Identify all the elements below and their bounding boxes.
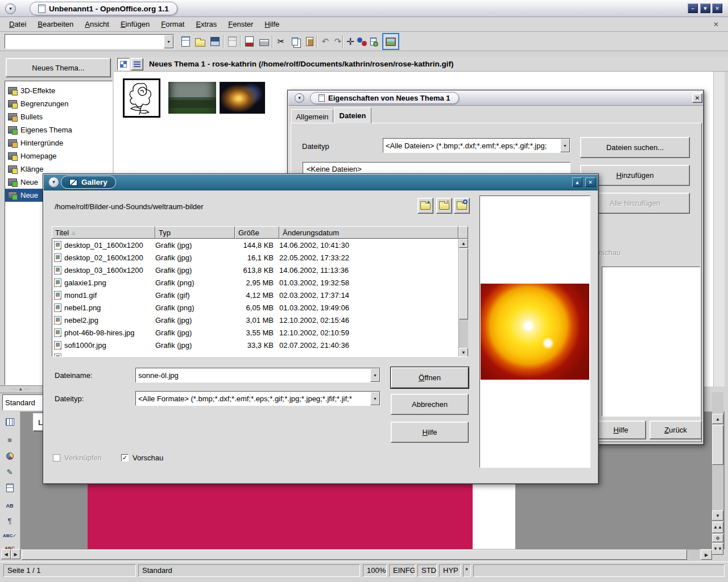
column-header-groesse[interactable]: Größe <box>235 226 279 239</box>
theme-item-bullets[interactable]: Bullets <box>5 110 112 123</box>
dropdown-arrow-icon[interactable]: ▼ <box>370 392 380 405</box>
table-scrollbar-thumb[interactable] <box>459 248 468 319</box>
properties-filetype-combobox[interactable]: <Alle Dateien> (*.bmp;*.dxf;*.emf;*.eps;… <box>383 138 570 153</box>
previous-page-icon[interactable]: ▲▲ <box>712 522 723 533</box>
new-theme-button[interactable]: Neues Thema... <box>6 58 111 77</box>
thumbnail-rose-selected[interactable] <box>123 78 160 118</box>
scroll-right-icon[interactable]: ▶ <box>701 550 712 560</box>
dialog-menu-button[interactable]: ▼ <box>295 93 304 103</box>
next-page-icon[interactable]: ▼▼ <box>712 543 723 555</box>
shade-button[interactable]: ▼ <box>700 3 710 13</box>
properties-help-button[interactable]: Hilfe <box>595 421 646 439</box>
column-header-typ[interactable]: Typ <box>155 226 235 239</box>
properties-close-icon[interactable]: ✕ <box>692 93 702 103</box>
status-selection-mode[interactable]: STD <box>417 564 437 577</box>
status-zoom[interactable]: 100% <box>363 564 387 577</box>
table-scroll-down-icon[interactable]: ▼ <box>459 348 468 357</box>
thumbnail-horses[interactable] <box>168 82 216 114</box>
insert-table-icon[interactable] <box>3 415 16 429</box>
toolbar-scroll-right-icon[interactable]: ▶ <box>11 549 20 559</box>
open-file-icon[interactable] <box>193 35 207 48</box>
filetype-combobox[interactable]: <Alle Formate> (*.bmp;*.dxf;*.emf;*.eps;… <box>135 391 380 406</box>
insert-object-chart-icon[interactable] <box>3 449 16 463</box>
autotext-icon[interactable]: AB <box>3 499 16 513</box>
horizontal-scrollbar-thumb[interactable] <box>22 550 687 560</box>
file-row[interactable]: mond1.gifGrafik (gif)4,12 MB02.03.2002, … <box>52 289 468 301</box>
menu-hilfe[interactable]: Hilfe <box>259 18 285 30</box>
up-one-level-button[interactable]: ▲ <box>417 198 433 214</box>
thumbnail-nebula[interactable] <box>220 82 265 114</box>
status-style[interactable]: Standard <box>138 564 360 577</box>
close-document-icon[interactable]: ✕ <box>711 19 721 30</box>
file-row[interactable]: phot-46b-98-hires.jpgGrafik (jpg)3,55 MB… <box>52 326 468 339</box>
hyperlink-icon[interactable] <box>367 35 381 48</box>
nonprinting-characters-icon[interactable]: ¶ <box>3 514 16 527</box>
theme-item-hintergruende[interactable]: Hintergründe <box>5 136 112 149</box>
new-folder-button[interactable]: ✶ <box>436 198 452 214</box>
vertical-scrollbar-thumb[interactable] <box>712 425 723 465</box>
menu-ansicht[interactable]: Ansicht <box>79 18 115 30</box>
file-row[interactable]: desktop_03_1600x1200Grafik (jpg)613,8 KB… <box>52 264 468 276</box>
spellcheck-icon[interactable]: ABC✓ <box>3 529 16 542</box>
find-files-button[interactable]: Dateien suchen... <box>580 137 690 158</box>
navigation-dot-icon[interactable] <box>712 534 723 542</box>
status-insert-mode[interactable]: EINFG <box>389 564 415 577</box>
url-input[interactable] <box>5 38 164 46</box>
icon-view-toggle[interactable] <box>117 58 130 70</box>
list-view-toggle[interactable] <box>131 58 143 70</box>
menu-format[interactable]: Format <box>155 18 190 30</box>
file-row[interactable]: nebel2.jpgGrafik (jpg)3,01 MB12.10.2002,… <box>52 314 468 326</box>
tab-allgemein[interactable]: Allgemein <box>291 109 333 123</box>
theme-item-3d-effekte[interactable]: 3D-Effekte <box>5 84 112 97</box>
save-icon[interactable] <box>208 35 222 48</box>
column-header-datum[interactable]: Änderungsdatum <box>279 226 458 239</box>
url-combobox[interactable]: ▼ <box>5 34 174 49</box>
close-button[interactable]: ✕ <box>712 3 722 13</box>
window-menu-button[interactable]: ▼ <box>5 3 16 14</box>
print-icon[interactable] <box>257 35 271 48</box>
insert-form-icon[interactable] <box>3 481 16 494</box>
gallery-toggle-selected[interactable] <box>382 33 399 50</box>
theme-item-homepage[interactable]: Homepage <box>5 149 112 163</box>
file-row[interactable]: sofi1000r.jpgGrafik (jpg)33,3 KB02.07.20… <box>52 339 468 351</box>
default-directory-button[interactable] <box>454 198 470 214</box>
scroll-up-icon[interactable]: ▲ <box>712 414 723 424</box>
insert-fields-icon[interactable]: ≡ <box>3 433 16 447</box>
dialog-menu-button[interactable]: ▼ <box>48 177 59 188</box>
help-button[interactable]: Hilfe <box>391 422 469 443</box>
file-row[interactable]: desktop_02_1600x1200Grafik (jpg)16,1 KB2… <box>52 251 468 264</box>
paste-icon[interactable] <box>303 35 316 48</box>
menu-einfuegen[interactable]: Einfügen <box>115 18 155 30</box>
cancel-button[interactable]: Abbrechen <box>391 394 469 415</box>
back-button[interactable]: Zurück <box>650 421 702 439</box>
dialog-close-icon[interactable]: ✕ <box>585 177 595 187</box>
menu-extras[interactable]: Extras <box>190 18 222 30</box>
cut-icon[interactable]: ✂ <box>274 35 288 48</box>
minimize-button[interactable]: – <box>688 3 698 13</box>
table-scrollbar[interactable]: ▲ ▼ <box>458 239 468 357</box>
table-scroll-up-icon[interactable]: ▲ <box>459 239 468 248</box>
export-pdf-icon[interactable] <box>242 35 256 48</box>
stylist-icon[interactable] <box>355 35 369 48</box>
open-button[interactable]: Öffnen <box>391 367 469 388</box>
shade-icon[interactable]: ▲ <box>572 177 582 187</box>
toolbar-scroll-left-icon[interactable]: ◀ <box>1 549 11 559</box>
file-row-partial[interactable] <box>52 351 468 357</box>
theme-item-begrenzungen[interactable]: Begrenzungen <box>5 97 112 110</box>
theme-item-eigenes-thema[interactable]: Eigenes Thema <box>5 123 112 136</box>
file-row[interactable]: desktop_01_1600x1200Grafik (jpg)144,8 KB… <box>52 239 468 251</box>
filename-input[interactable] <box>136 371 370 380</box>
preview-checkbox-checked[interactable]: ✓ Vorschau <box>121 454 163 462</box>
menu-bearbeiten[interactable]: Bearbeiten <box>32 18 79 30</box>
dropdown-arrow-icon[interactable]: ▼ <box>370 368 380 382</box>
tab-dateien-active[interactable]: Dateien <box>334 107 371 123</box>
dropdown-arrow-icon[interactable]: ▼ <box>560 139 570 152</box>
filename-combobox[interactable]: ▼ <box>135 368 380 383</box>
gallery-panel-scrollbar[interactable] <box>713 72 725 386</box>
file-row[interactable]: nebel1.pngGrafik (png)6,05 MB01.03.2002,… <box>52 301 468 314</box>
file-row[interactable]: galaxie1.pngGrafik (png)2,95 MB01.03.200… <box>52 276 468 289</box>
url-dropdown-arrow-icon[interactable]: ▼ <box>164 35 173 48</box>
new-document-icon[interactable] <box>179 35 192 48</box>
menu-datei[interactable]: Datei <box>3 18 32 30</box>
scroll-down-icon[interactable]: ▼ <box>712 510 723 521</box>
